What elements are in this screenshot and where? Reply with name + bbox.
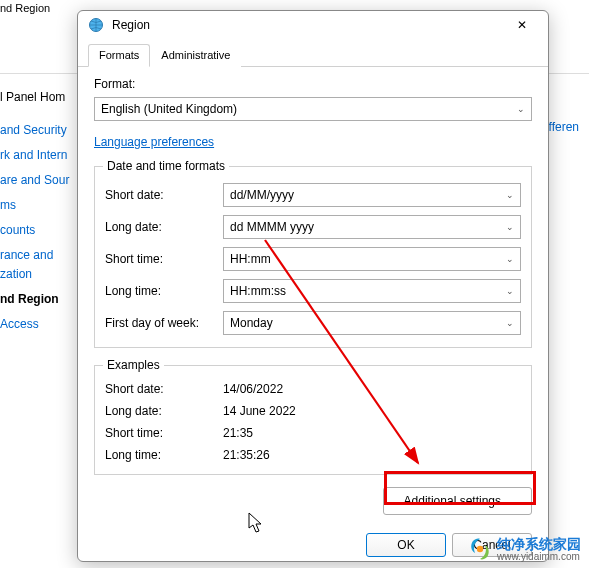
short-date-value: dd/MM/yyyy (230, 188, 294, 202)
date-time-formats-group: Date and time formats Short date: dd/MM/… (94, 159, 532, 348)
long-time-select[interactable]: HH:mm:ss ⌄ (223, 279, 521, 303)
chevron-down-icon: ⌄ (506, 190, 514, 200)
titlebar: Region ✕ (78, 11, 548, 39)
watermark-text-zh: 纯净系统家园 (497, 537, 581, 552)
ex-short-time-label: Short time: (105, 426, 223, 440)
tab-bar: Formats Administrative (78, 39, 548, 67)
ex-short-date-value: 14/06/2022 (223, 382, 521, 396)
ex-long-time-value: 21:35:26 (223, 448, 521, 462)
chevron-down-icon: ⌄ (517, 104, 525, 114)
short-date-label: Short date: (105, 188, 223, 202)
short-date-select[interactable]: dd/MM/yyyy ⌄ (223, 183, 521, 207)
short-time-value: HH:mm (230, 252, 271, 266)
date-time-formats-legend: Date and time formats (103, 159, 229, 173)
language-preferences-link[interactable]: Language preferences (94, 135, 214, 149)
chevron-down-icon: ⌄ (506, 318, 514, 328)
ex-long-date-value: 14 June 2022 (223, 404, 521, 418)
first-day-select[interactable]: Monday ⌄ (223, 311, 521, 335)
watermark-url: www.yidaimm.com (497, 552, 581, 563)
svg-point-2 (477, 546, 483, 552)
long-date-label: Long date: (105, 220, 223, 234)
first-day-value: Monday (230, 316, 273, 330)
close-button[interactable]: ✕ (502, 11, 542, 39)
globe-icon (88, 17, 104, 33)
dialog-title: Region (112, 18, 150, 32)
examples-group: Examples Short date: 14/06/2022 Long dat… (94, 358, 532, 475)
ok-button[interactable]: OK (366, 533, 446, 557)
watermark: 纯净系统家园 www.yidaimm.com (469, 537, 581, 562)
format-value: English (United Kingdom) (101, 102, 237, 116)
watermark-logo-icon (469, 538, 491, 560)
ex-long-date-label: Long date: (105, 404, 223, 418)
tab-administrative[interactable]: Administrative (150, 44, 241, 67)
region-dialog: Region ✕ Formats Administrative Format: … (77, 10, 549, 562)
additional-settings-button[interactable]: Additional settings... (383, 487, 532, 515)
format-label: Format: (94, 77, 532, 91)
examples-legend: Examples (103, 358, 164, 372)
ex-short-time-value: 21:35 (223, 426, 521, 440)
chevron-down-icon: ⌄ (506, 286, 514, 296)
chevron-down-icon: ⌄ (506, 222, 514, 232)
chevron-down-icon: ⌄ (506, 254, 514, 264)
first-day-label: First day of week: (105, 316, 223, 330)
close-icon: ✕ (517, 18, 527, 32)
short-time-label: Short time: (105, 252, 223, 266)
ex-long-time-label: Long time: (105, 448, 223, 462)
long-date-value: dd MMMM yyyy (230, 220, 314, 234)
long-time-label: Long time: (105, 284, 223, 298)
tab-formats[interactable]: Formats (88, 44, 150, 67)
long-time-value: HH:mm:ss (230, 284, 286, 298)
format-select[interactable]: English (United Kingdom) ⌄ (94, 97, 532, 121)
background-window-title: nd Region (0, 0, 50, 20)
short-time-select[interactable]: HH:mm ⌄ (223, 247, 521, 271)
long-date-select[interactable]: dd MMMM yyyy ⌄ (223, 215, 521, 239)
ex-short-date-label: Short date: (105, 382, 223, 396)
